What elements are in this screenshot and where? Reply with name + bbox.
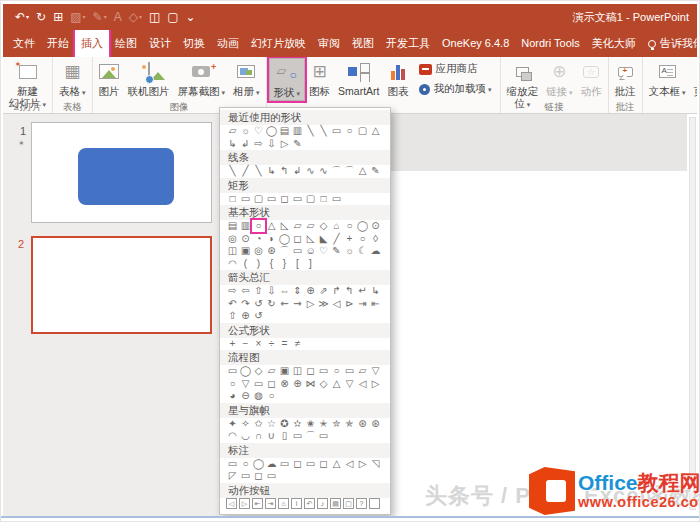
textbox-button[interactable]: 文本框 [645, 58, 690, 99]
shape-item[interactable]: + [226, 338, 239, 350]
shape-item[interactable]: ▱ [265, 365, 278, 377]
shape-item[interactable]: ∪ [265, 430, 278, 442]
customize-icon[interactable]: ⌄ [186, 4, 196, 30]
shape-item[interactable]: ▭ [265, 470, 278, 482]
shape-item[interactable]: ☼ [239, 125, 252, 137]
shape-item[interactable]: ▭ [239, 470, 252, 482]
shape-item[interactable]: ↷ [239, 298, 252, 310]
shape-item[interactable]: ▱ [226, 125, 239, 137]
shape-item[interactable]: □ [317, 193, 330, 205]
shape-item[interactable]: ↱ [330, 285, 343, 297]
save-icon[interactable]: ◫ [149, 4, 160, 30]
shape-item[interactable]: ◻ [304, 365, 317, 377]
action-button[interactable]: ☆ 动作 [577, 58, 606, 97]
shape-item[interactable]: ⌂ [330, 220, 343, 232]
shape-item[interactable]: { [265, 258, 278, 270]
shape-item[interactable]: ⊙ [369, 220, 382, 232]
tab-review[interactable]: 审阅 [312, 30, 346, 57]
shape-item[interactable]: ▣ [278, 365, 291, 377]
shape-item[interactable]: ⊛ [356, 418, 369, 430]
shape-item[interactable]: ⇤ [252, 498, 263, 509]
shape-item[interactable]: ▷ [278, 138, 291, 150]
shape-item[interactable]: ▱ [304, 220, 317, 232]
shape-item[interactable]: ▤ [278, 125, 291, 137]
photo-album-button[interactable]: 相册 [229, 58, 264, 99]
tab-design[interactable]: 设计 [143, 30, 177, 57]
format-painter-icon[interactable]: ▨▾ [70, 4, 85, 30]
shape-item[interactable]: ◫ [291, 365, 304, 377]
shape-item[interactable]: ▭ [317, 430, 330, 442]
icons-button[interactable]: ⊞ 图标 [305, 58, 334, 97]
shape-item[interactable]: ⇩ [265, 285, 278, 297]
shape-item[interactable]: ▥ [291, 125, 304, 137]
shape-item[interactable]: ╲ [304, 125, 317, 137]
shapes-button[interactable]: ▱○ 形状 [269, 58, 306, 101]
shape-item[interactable]: △ [369, 125, 382, 137]
tab-developer[interactable]: 开发工具 [380, 30, 436, 57]
shape-item[interactable]: ↲ [291, 165, 304, 177]
slide-2-thumbnail[interactable] [31, 236, 212, 334]
shape-item[interactable]: ○ [356, 233, 369, 245]
shape-item[interactable]: ☺ [304, 245, 317, 257]
shape-item[interactable]: ▷ [304, 298, 317, 310]
shape-item[interactable]: ✩ [252, 418, 265, 430]
shape-item[interactable]: ▭ [291, 193, 304, 205]
shape-item[interactable]: ⊕ [304, 285, 317, 297]
tab-view[interactable]: 视图 [346, 30, 380, 57]
shape-item[interactable]: ☁ [369, 245, 382, 257]
shape-item[interactable]: ◠ [226, 430, 239, 442]
pen-icon[interactable]: ✎▾ [93, 4, 107, 30]
shape-item[interactable]: ◗ [265, 233, 278, 245]
shape-item[interactable]: □ [226, 193, 239, 205]
shape-item[interactable]: ▽ [343, 378, 356, 390]
shape-item[interactable]: ✪ [278, 418, 291, 430]
shape-item[interactable]: ▤ [330, 498, 341, 509]
shape-item[interactable]: ▭ [330, 193, 343, 205]
shape-item[interactable]: △ [330, 378, 343, 390]
tab-animations[interactable]: 动画 [211, 30, 245, 57]
shape-item[interactable]: ⇝ [291, 298, 304, 310]
shape-item[interactable]: ∿ [304, 165, 317, 177]
shape-item[interactable]: ◁ [330, 298, 343, 310]
shape-item[interactable]: ⌒ [304, 430, 317, 442]
shape-item[interactable]: ∿ [317, 165, 330, 177]
tab-insert[interactable]: 插入 [75, 30, 109, 57]
tab-slideshow[interactable]: 幻灯片放映 [245, 30, 312, 57]
shape-item[interactable]: ↺ [252, 310, 265, 322]
shape-item[interactable]: ◫ [226, 245, 239, 257]
shape-item[interactable]: ⌒ [278, 245, 291, 257]
tab-tellme[interactable]: 告诉我你想要做什么 [642, 30, 697, 57]
shape-item[interactable]: ○ [343, 220, 356, 232]
shape-item[interactable]: ◻ [278, 193, 291, 205]
shape-item[interactable]: ✫ [291, 418, 304, 430]
shape-item[interactable]: ◯ [252, 458, 265, 470]
tab-file[interactable]: 文件 [7, 30, 41, 57]
shape-item[interactable]: ∩ [252, 430, 265, 442]
shape-item[interactable]: ↲ [239, 138, 252, 150]
tab-nordri[interactable]: Nordri Tools [515, 30, 586, 57]
shape-item[interactable]: ✭ [317, 418, 330, 430]
tab-meihua[interactable]: 美化大师 [586, 30, 642, 57]
shape-item[interactable]: ◎ [226, 233, 239, 245]
shape-item[interactable]: ◊ [369, 233, 382, 245]
shape-item[interactable]: ✬ [304, 418, 317, 430]
shape-item[interactable]: } [278, 258, 291, 270]
shape-item[interactable]: ◁ [226, 498, 237, 509]
shape-item[interactable]: ▭ [330, 125, 343, 137]
shape-item[interactable]: ▭ [291, 430, 304, 442]
shape-item[interactable]: ⇩ [265, 138, 278, 150]
shape-item[interactable]: ☆ [265, 418, 278, 430]
shape-item[interactable]: ⇦ [239, 285, 252, 297]
shape-item[interactable]: ▭ [239, 193, 252, 205]
shape-item[interactable]: ♡ [252, 125, 265, 137]
shape-item[interactable]: ▭ [317, 365, 330, 377]
shape-item[interactable]: ◎ [252, 245, 265, 257]
shape-item[interactable]: ◸ [226, 470, 239, 482]
open-icon[interactable]: ▢ [167, 4, 178, 30]
header-footer-button[interactable]: 页眉和页脚 [690, 58, 697, 97]
shape-item[interactable]: ⇥ [356, 298, 369, 310]
table-button[interactable]: ▦ 表格 [55, 58, 90, 99]
shape-item[interactable]: ☁ [265, 458, 278, 470]
shape-item[interactable]: ◻ [265, 378, 278, 390]
my-addins-button[interactable]: 我的加载项 [419, 82, 492, 96]
